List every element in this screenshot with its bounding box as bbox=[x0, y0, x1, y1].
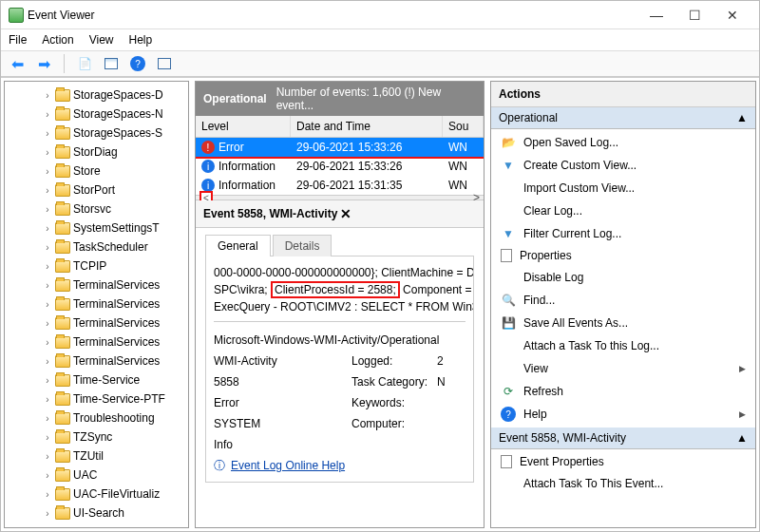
close-button[interactable]: ✕ bbox=[713, 8, 751, 23]
tree-item[interactable]: ›Troubleshooting bbox=[5, 408, 188, 428]
folder-icon bbox=[55, 241, 70, 254]
tree-expand-icon[interactable]: › bbox=[43, 128, 52, 139]
tree-item[interactable]: ›Time-Service bbox=[5, 370, 188, 390]
action-item[interactable]: Import Custom View... bbox=[491, 177, 755, 200]
col-source[interactable]: Sou bbox=[443, 116, 484, 137]
client-process-id-highlight: ClientProcessId = 2588; bbox=[271, 281, 400, 298]
action-item[interactable]: ▼Create Custom View... bbox=[491, 154, 755, 177]
forward-button[interactable]: ➡ bbox=[33, 53, 54, 74]
tree-item[interactable]: ›StorDiag bbox=[5, 142, 188, 162]
action-item[interactable]: 💾Save All Events As... bbox=[491, 312, 755, 334]
tree-expand-icon[interactable]: › bbox=[43, 318, 52, 329]
tree-item[interactable]: ›StorageSpaces-N bbox=[5, 104, 188, 124]
event-log-online-help-link[interactable]: Event Log Online Help bbox=[231, 459, 345, 472]
row-level: Information bbox=[218, 179, 276, 192]
toolbar-btn-3[interactable] bbox=[154, 53, 175, 74]
tree-item[interactable]: ›UAC bbox=[5, 466, 188, 484]
help-icon: ? bbox=[130, 56, 145, 71]
tree-expand-icon[interactable]: › bbox=[43, 90, 52, 101]
tree-item[interactable]: ›Store bbox=[5, 162, 188, 180]
event-row[interactable]: iInformation29-06-2021 15:33:26WN bbox=[196, 157, 484, 176]
tree-expand-icon[interactable]: › bbox=[43, 242, 52, 253]
tree-pane[interactable]: ›StorageSpaces-D›StorageSpaces-N›Storage… bbox=[4, 81, 189, 528]
tree-expand-icon[interactable]: › bbox=[43, 261, 52, 272]
action-item[interactable]: 📂Open Saved Log... bbox=[491, 131, 755, 154]
tab-details[interactable]: Details bbox=[273, 235, 332, 256]
action-item[interactable]: ⟳Refresh bbox=[491, 380, 755, 403]
tree-expand-icon[interactable]: › bbox=[43, 489, 52, 500]
tree-item[interactable]: ›TerminalServices bbox=[5, 276, 188, 294]
tree-expand-icon[interactable]: › bbox=[43, 166, 52, 177]
menu-file[interactable]: File bbox=[9, 33, 27, 47]
tree-item[interactable]: ›TerminalServices bbox=[5, 332, 188, 352]
detail-logged-val: 2 bbox=[437, 352, 466, 370]
action-item[interactable]: View▶ bbox=[491, 357, 755, 380]
tree-expand-icon[interactable]: › bbox=[43, 375, 52, 386]
grid-header[interactable]: Level Date and Time Sou bbox=[196, 116, 484, 138]
toolbar-btn-1[interactable]: 📄 bbox=[74, 53, 95, 74]
action-item[interactable]: Event Properties bbox=[491, 451, 755, 472]
tree-expand-icon[interactable]: › bbox=[43, 147, 52, 158]
actions-section-event[interactable]: Event 5858, WMI-Activity▲ bbox=[491, 428, 755, 449]
tree-expand-icon[interactable]: › bbox=[43, 299, 52, 310]
tree-item[interactable]: ›TerminalServices bbox=[5, 314, 188, 332]
tree-expand-icon[interactable]: › bbox=[43, 223, 52, 234]
action-item[interactable]: Properties bbox=[491, 245, 755, 266]
tree-expand-icon[interactable]: › bbox=[43, 508, 52, 519]
tree-item[interactable]: ›StorPort bbox=[5, 180, 188, 200]
maximize-button[interactable]: ☐ bbox=[675, 8, 713, 23]
tree-item[interactable]: ›SystemSettingsT bbox=[5, 218, 188, 238]
event-grid[interactable]: !Error29-06-2021 15:33:26WNiInformation2… bbox=[196, 138, 484, 195]
action-item[interactable]: 🔍Find... bbox=[491, 289, 755, 312]
minimize-button[interactable]: — bbox=[637, 8, 675, 23]
tree-expand-icon[interactable]: › bbox=[43, 185, 52, 196]
toolbar-help-button[interactable]: ? bbox=[127, 53, 148, 74]
tree-expand-icon[interactable]: › bbox=[43, 109, 52, 120]
tree-expand-icon[interactable]: › bbox=[43, 337, 52, 348]
tree-item[interactable]: ›TCPIP bbox=[5, 256, 188, 276]
action-item[interactable]: ?Help▶ bbox=[491, 403, 755, 426]
event-row[interactable]: !Error29-06-2021 15:33:26WN bbox=[196, 138, 484, 157]
tree-expand-icon[interactable]: › bbox=[43, 413, 52, 424]
col-level[interactable]: Level bbox=[196, 116, 291, 137]
tree-item[interactable]: ›TZSync bbox=[5, 428, 188, 446]
tree-item[interactable]: ›StorageSpaces-S bbox=[5, 124, 188, 142]
tree-item[interactable]: ›UI-Search bbox=[5, 504, 188, 522]
row-source: WN bbox=[443, 159, 484, 174]
tree-item[interactable]: ›StorageSpaces-D bbox=[5, 86, 188, 104]
tree-item[interactable]: ›TaskScheduler bbox=[5, 238, 188, 256]
menu-view[interactable]: View bbox=[89, 33, 114, 47]
tree-item[interactable]: ›TZUtil bbox=[5, 446, 188, 466]
tree-expand-icon[interactable]: › bbox=[43, 451, 52, 462]
col-date[interactable]: Date and Time bbox=[291, 116, 443, 137]
tree-expand-icon[interactable]: › bbox=[43, 204, 52, 215]
tree-item[interactable]: ›TerminalServices bbox=[5, 294, 188, 314]
tree-item[interactable]: ›Storsvc bbox=[5, 200, 188, 218]
toolbar-btn-2[interactable] bbox=[101, 53, 122, 74]
folder-icon bbox=[55, 507, 70, 520]
action-item[interactable]: Disable Log bbox=[491, 266, 755, 289]
tree-item[interactable]: ›TerminalServices bbox=[5, 352, 188, 370]
actions-section-operational[interactable]: Operational▲ bbox=[491, 107, 755, 129]
action-item[interactable]: ▼Filter Current Log... bbox=[491, 222, 755, 245]
action-item[interactable]: Clear Log... bbox=[491, 200, 755, 222]
row-date: 29-06-2021 15:33:26 bbox=[291, 159, 443, 174]
tab-general[interactable]: General bbox=[205, 235, 271, 256]
action-item[interactable]: Attach Task To This Event... bbox=[491, 472, 755, 495]
menu-action[interactable]: Action bbox=[42, 33, 73, 47]
action-item[interactable]: Attach a Task To this Log... bbox=[491, 334, 755, 357]
content-area: ›StorageSpaces-D›StorageSpaces-N›Storage… bbox=[1, 77, 759, 531]
back-button[interactable]: ⬅ bbox=[7, 53, 28, 74]
tree-item[interactable]: ›Time-Service-PTF bbox=[5, 390, 188, 408]
folder-icon bbox=[55, 279, 70, 292]
action-label: Create Custom View... bbox=[523, 159, 636, 172]
tree-item[interactable]: ›UAC-FileVirtualiz bbox=[5, 484, 188, 504]
tree-expand-icon[interactable]: › bbox=[43, 394, 52, 405]
tree-expand-icon[interactable]: › bbox=[43, 280, 52, 291]
tree-expand-icon[interactable]: › bbox=[43, 432, 52, 443]
tree-expand-icon[interactable]: › bbox=[43, 356, 52, 367]
detail-close-button[interactable]: ✕ bbox=[340, 206, 477, 221]
tree-expand-icon[interactable]: › bbox=[43, 470, 52, 481]
event-row[interactable]: iInformation29-06-2021 15:31:35WN bbox=[196, 176, 484, 195]
menu-help[interactable]: Help bbox=[129, 33, 153, 47]
